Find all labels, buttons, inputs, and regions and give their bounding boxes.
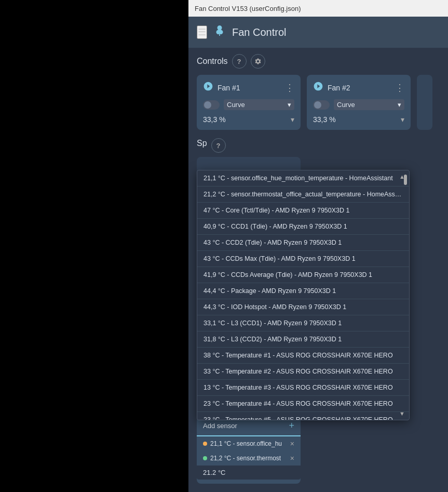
dropdown-item-5[interactable]: 43 °C - CCDs Max (Tdie) - AMD Ryzen 9 79… — [197, 251, 409, 267]
fan-toggle-2[interactable] — [313, 100, 330, 110]
dropdown-item-12[interactable]: 33 °C - Temperature #2 - ASUS ROG CROSSH… — [197, 364, 409, 380]
fan-card-2: Fan #2 ⋮ Curve ▾ 33,3 % ▾ — [307, 75, 411, 130]
fan-toggle-knob-2 — [314, 101, 321, 109]
fan-curve-row-2: Curve ▾ — [313, 99, 404, 110]
fan-percent-row-1: 33,3 % ▾ — [203, 115, 294, 124]
controls-bar: Controls ? — [188, 48, 448, 75]
fan-name-2: Fan #2 — [328, 84, 350, 92]
dropdown-item-11[interactable]: 38 °C - Temperature #1 - ASUS ROG CROSSH… — [197, 348, 409, 364]
sensor-left-1: 21,1 °C - sensor.office_hu — [203, 440, 288, 447]
title-bar-text: Fan Control V153 (userConfig.json) — [195, 5, 301, 12]
dropdown-item-0[interactable]: 21,1 °C - sensor.office_hue_motion_tempe… — [197, 170, 409, 187]
black-background — [0, 0, 188, 492]
scroll-up-icon: ▲ — [399, 174, 405, 180]
sensor-value-text: 21.2 °C — [203, 469, 226, 476]
help-button[interactable]: ? — [232, 54, 247, 69]
fan-toggle-knob-1 — [204, 101, 211, 109]
app-header: ☰ Fan Control — [188, 17, 448, 48]
app-window: ☰ Fan Control Controls ? — [188, 17, 448, 492]
sensor-item-2: 21,2 °C - sensor.thermost × — [197, 451, 301, 466]
dropdown-item-13[interactable]: 13 °C - Temperature #3 - ASUS ROG CROSSH… — [197, 380, 409, 396]
title-bar: Fan Control V153 (userConfig.json) — [188, 0, 448, 17]
dropdown-item-6[interactable]: 41,9 °C - CCDs Average (Tdie) - AMD Ryze… — [197, 267, 409, 283]
sensor-name-2: 21,2 °C - sensor.thermost — [210, 455, 281, 462]
fan-curve-value-2: Curve — [337, 101, 355, 109]
fan-curve-select-1[interactable]: Curve ▾ — [224, 99, 294, 110]
sensor-left-2: 21,2 °C - sensor.thermost — [203, 455, 288, 462]
dropdown-item-7[interactable]: 44,4 °C - Package - AMD Ryzen 9 7950X3D … — [197, 283, 409, 299]
fan-curve-select-2[interactable]: Curve ▾ — [334, 99, 404, 110]
hamburger-button[interactable]: ☰ — [197, 25, 207, 39]
dropdown-item-15[interactable]: 23 °C - Temperature #5 - ASUS ROG CROSSH… — [197, 412, 409, 420]
dropdown-item-1[interactable]: 21,2 °C - sensor.thermostat_office_actua… — [197, 187, 409, 203]
curve-chevron-2: ▾ — [398, 101, 401, 109]
dropdown-item-9[interactable]: 33,1 °C - L3 (CCD1) - AMD Ryzen 9 7950X3… — [197, 315, 409, 331]
fan-card-1-header: Fan #1 ⋮ — [203, 81, 294, 94]
fan-menu-button-2[interactable]: ⋮ — [395, 83, 404, 92]
controls-label: Controls — [197, 57, 228, 66]
add-sensor-panel: Add sensor + 21,1 °C - sensor.office_hu … — [197, 416, 301, 484]
dropdown-item-8[interactable]: 44,3 °C - IOD Hotspot - AMD Ryzen 9 7950… — [197, 299, 409, 315]
fan-card-1-title-group: Fan #1 — [203, 81, 240, 94]
fan-percent-row-2: 33,3 % ▾ — [313, 115, 404, 124]
scroll-down-icon: ▼ — [399, 410, 405, 417]
add-sensor-icon: + — [289, 420, 294, 431]
fan-curve-row-1: Curve ▾ — [203, 99, 294, 110]
sensor-dot-1 — [203, 442, 207, 446]
curve-chevron-1: ▾ — [288, 101, 291, 109]
sensor-item-1: 21,1 °C - sensor.office_hu × — [197, 436, 301, 451]
sensor-remove-1[interactable]: × — [290, 440, 294, 448]
settings-button[interactable] — [251, 54, 265, 69]
fan-speed-icon-2 — [313, 81, 323, 94]
fan-cards-row: Fan #1 ⋮ Curve ▾ 33,3 % ▾ — [188, 75, 448, 130]
sensor-current-value: 21.2 °C — [197, 466, 301, 480]
fan-menu-button-1[interactable]: ⋮ — [285, 83, 294, 92]
fan-percent-1: 33,3 % — [203, 115, 226, 124]
fan-card-2-header: Fan #2 ⋮ — [313, 81, 404, 94]
dropdown-item-14[interactable]: 23 °C - Temperature #4 - ASUS ROG CROSSH… — [197, 396, 409, 412]
sensor-dropdown-list: 21,1 °C - sensor.office_hue_motion_tempe… — [197, 170, 409, 420]
fan-card-1: Fan #1 ⋮ Curve ▾ 33,3 % ▾ — [197, 75, 301, 130]
dropdown-item-3[interactable]: 40,9 °C - CCD1 (Tdie) - AMD Ryzen 9 7950… — [197, 219, 409, 235]
app-title: Fan Control — [232, 26, 287, 38]
fan-expand-2[interactable]: ▾ — [401, 115, 404, 124]
dropdown-item-2[interactable]: 47 °C - Core (Tctl/Tdie) - AMD Ryzen 9 7… — [197, 203, 409, 219]
sensors-section-area: Sp ? — [188, 130, 448, 153]
sensor-dropdown[interactable]: 21,1 °C - sensor.office_hue_motion_tempe… — [197, 170, 410, 420]
fan-speed-icon-1 — [203, 81, 213, 94]
fan-logo-icon — [213, 24, 226, 40]
add-sensor-label: Add sensor — [203, 422, 237, 430]
dropdown-item-4[interactable]: 43 °C - CCD2 (Tdie) - AMD Ryzen 9 7950X3… — [197, 235, 409, 251]
fan-card-3-partial — [417, 75, 432, 130]
sensor-remove-2[interactable]: × — [290, 454, 294, 462]
fan-expand-1[interactable]: ▾ — [291, 115, 294, 124]
sensor-name-1: 21,1 °C - sensor.office_hu — [210, 440, 282, 447]
sensors-help-button[interactable]: ? — [211, 138, 226, 153]
fan-toggle-1[interactable] — [203, 100, 220, 110]
dropdown-item-10[interactable]: 31,8 °C - L3 (CCD2) - AMD Ryzen 9 7950X3… — [197, 331, 409, 348]
sensors-section-label: Sp — [197, 139, 207, 148]
fan-percent-2: 33,3 % — [313, 115, 336, 124]
sensor-dot-2 — [203, 456, 207, 460]
fan-card-2-title-group: Fan #2 — [313, 81, 350, 94]
fan-name-1: Fan #1 — [218, 84, 240, 92]
fan-curve-value-1: Curve — [227, 101, 245, 109]
